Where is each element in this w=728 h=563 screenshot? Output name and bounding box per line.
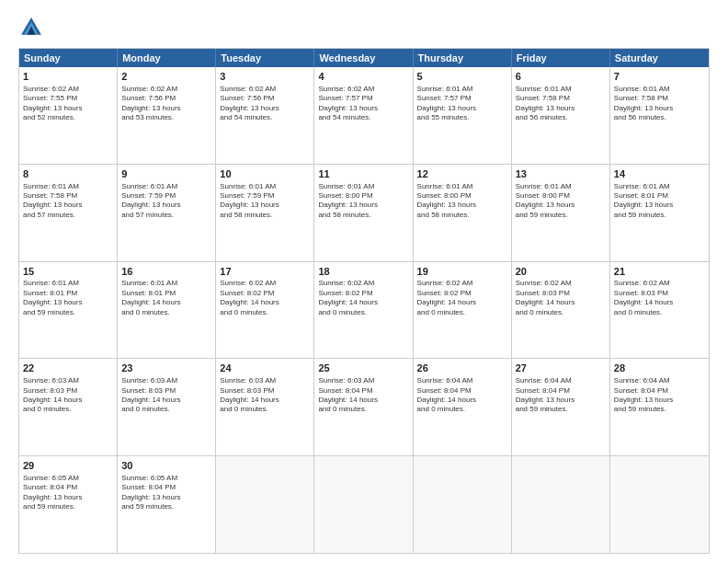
day-cell-14: 14Sunrise: 6:01 AM Sunset: 8:01 PM Dayli… [610,165,709,261]
day-number: 10 [220,167,310,181]
day-info: Sunrise: 6:03 AM Sunset: 8:03 PM Dayligh… [121,376,211,415]
day-number: 28 [614,362,705,375]
day-info: Sunrise: 6:01 AM Sunset: 7:57 PM Dayligh… [417,85,507,123]
day-cell-25: 25Sunrise: 6:03 AM Sunset: 8:04 PM Dayli… [314,359,413,455]
day-info: Sunrise: 6:02 AM Sunset: 7:55 PM Dayligh… [23,85,113,123]
logo [18,15,48,40]
day-info: Sunrise: 6:05 AM Sunset: 8:04 PM Dayligh… [121,474,211,512]
day-number: 1 [23,70,113,84]
day-number: 14 [614,167,705,181]
day-cell-1: 1Sunrise: 6:02 AM Sunset: 7:55 PM Daylig… [19,67,118,164]
empty-cell-4-3 [314,456,413,553]
day-cell-29: 29Sunrise: 6:05 AM Sunset: 8:04 PM Dayli… [19,456,118,553]
header-day-wednesday: Wednesday [314,49,413,67]
day-cell-27: 27Sunrise: 6:04 AM Sunset: 8:04 PM Dayli… [512,359,610,455]
day-info: Sunrise: 6:01 AM Sunset: 7:58 PM Dayligh… [516,85,606,123]
day-info: Sunrise: 6:02 AM Sunset: 8:02 PM Dayligh… [318,279,408,317]
day-number: 11 [318,167,408,181]
day-cell-6: 6Sunrise: 6:01 AM Sunset: 7:58 PM Daylig… [512,67,610,164]
day-info: Sunrise: 6:02 AM Sunset: 8:03 PM Dayligh… [516,279,606,317]
header-day-monday: Monday [118,49,216,67]
day-number: 2 [121,70,211,84]
day-info: Sunrise: 6:01 AM Sunset: 7:59 PM Dayligh… [220,182,310,221]
day-info: Sunrise: 6:02 AM Sunset: 8:02 PM Dayligh… [220,279,310,317]
day-number: 3 [220,70,310,84]
empty-cell-4-4 [414,456,512,553]
header-day-friday: Friday [512,49,610,67]
day-number: 13 [516,167,606,181]
day-number: 22 [23,362,113,375]
day-cell-24: 24Sunrise: 6:03 AM Sunset: 8:03 PM Dayli… [216,359,314,455]
header-day-thursday: Thursday [414,49,512,67]
day-info: Sunrise: 6:01 AM Sunset: 8:00 PM Dayligh… [516,182,606,221]
day-number: 19 [417,265,507,279]
day-cell-28: 28Sunrise: 6:04 AM Sunset: 8:04 PM Dayli… [610,359,709,455]
day-number: 17 [220,265,310,279]
day-number: 25 [318,362,408,375]
page: SundayMondayTuesdayWednesdayThursdayFrid… [0,0,728,563]
day-cell-5: 5Sunrise: 6:01 AM Sunset: 7:57 PM Daylig… [414,67,512,164]
day-info: Sunrise: 6:02 AM Sunset: 7:56 PM Dayligh… [220,85,310,123]
day-number: 26 [417,362,507,375]
header-day-tuesday: Tuesday [216,49,314,67]
calendar-row-1: 8Sunrise: 6:01 AM Sunset: 7:58 PM Daylig… [19,164,709,261]
calendar-row-4: 29Sunrise: 6:05 AM Sunset: 8:04 PM Dayli… [19,455,709,553]
day-cell-3: 3Sunrise: 6:02 AM Sunset: 7:56 PM Daylig… [216,67,314,164]
day-info: Sunrise: 6:01 AM Sunset: 7:59 PM Dayligh… [121,182,211,221]
day-info: Sunrise: 6:01 AM Sunset: 7:58 PM Dayligh… [614,85,705,123]
day-number: 18 [318,265,408,279]
day-cell-16: 16Sunrise: 6:01 AM Sunset: 8:01 PM Dayli… [118,262,216,359]
day-info: Sunrise: 6:03 AM Sunset: 8:04 PM Dayligh… [318,376,408,415]
day-number: 27 [516,362,606,375]
day-info: Sunrise: 6:03 AM Sunset: 8:03 PM Dayligh… [23,376,113,415]
day-number: 6 [516,70,606,84]
day-cell-10: 10Sunrise: 6:01 AM Sunset: 7:59 PM Dayli… [216,165,314,261]
day-cell-4: 4Sunrise: 6:02 AM Sunset: 7:57 PM Daylig… [314,67,413,164]
day-info: Sunrise: 6:04 AM Sunset: 8:04 PM Dayligh… [516,376,606,415]
day-number: 30 [121,459,211,473]
day-info: Sunrise: 6:01 AM Sunset: 7:58 PM Dayligh… [23,182,113,221]
day-info: Sunrise: 6:01 AM Sunset: 8:00 PM Dayligh… [318,182,408,221]
day-info: Sunrise: 6:01 AM Sunset: 8:01 PM Dayligh… [23,279,113,317]
header [18,15,710,40]
calendar-row-2: 15Sunrise: 6:01 AM Sunset: 8:01 PM Dayli… [19,261,709,359]
day-number: 24 [220,362,310,375]
day-cell-8: 8Sunrise: 6:01 AM Sunset: 7:58 PM Daylig… [19,165,118,261]
day-cell-13: 13Sunrise: 6:01 AM Sunset: 8:00 PM Dayli… [512,165,610,261]
day-number: 29 [23,459,113,473]
day-cell-15: 15Sunrise: 6:01 AM Sunset: 8:01 PM Dayli… [19,262,118,359]
empty-cell-4-6 [610,456,709,553]
day-cell-12: 12Sunrise: 6:01 AM Sunset: 8:00 PM Dayli… [414,165,512,261]
day-info: Sunrise: 6:01 AM Sunset: 8:01 PM Dayligh… [614,182,705,221]
calendar-row-3: 22Sunrise: 6:03 AM Sunset: 8:03 PM Dayli… [19,358,709,455]
day-number: 15 [23,265,113,279]
logo-icon [18,15,44,40]
header-day-saturday: Saturday [610,49,709,67]
day-cell-17: 17Sunrise: 6:02 AM Sunset: 8:02 PM Dayli… [216,262,314,359]
calendar: SundayMondayTuesdayWednesdayThursdayFrid… [18,48,710,554]
day-cell-9: 9Sunrise: 6:01 AM Sunset: 7:59 PM Daylig… [118,165,216,261]
day-info: Sunrise: 6:02 AM Sunset: 7:57 PM Dayligh… [318,85,408,123]
day-number: 20 [516,265,606,279]
day-number: 16 [121,265,211,279]
day-info: Sunrise: 6:01 AM Sunset: 8:00 PM Dayligh… [417,182,507,221]
day-cell-19: 19Sunrise: 6:02 AM Sunset: 8:02 PM Dayli… [414,262,512,359]
day-cell-21: 21Sunrise: 6:02 AM Sunset: 8:03 PM Dayli… [610,262,709,359]
calendar-body: 1Sunrise: 6:02 AM Sunset: 7:55 PM Daylig… [19,67,709,553]
calendar-header: SundayMondayTuesdayWednesdayThursdayFrid… [19,49,709,67]
day-cell-22: 22Sunrise: 6:03 AM Sunset: 8:03 PM Dayli… [19,359,118,455]
day-cell-18: 18Sunrise: 6:02 AM Sunset: 8:02 PM Dayli… [314,262,413,359]
day-info: Sunrise: 6:02 AM Sunset: 8:02 PM Dayligh… [417,279,507,317]
day-cell-26: 26Sunrise: 6:04 AM Sunset: 8:04 PM Dayli… [414,359,512,455]
day-info: Sunrise: 6:03 AM Sunset: 8:03 PM Dayligh… [220,376,310,415]
day-cell-2: 2Sunrise: 6:02 AM Sunset: 7:56 PM Daylig… [118,67,216,164]
day-number: 12 [417,167,507,181]
day-number: 9 [121,167,211,181]
day-info: Sunrise: 6:02 AM Sunset: 8:03 PM Dayligh… [614,279,705,317]
header-day-sunday: Sunday [19,49,118,67]
day-info: Sunrise: 6:01 AM Sunset: 8:01 PM Dayligh… [121,279,211,317]
empty-cell-4-2 [216,456,314,553]
day-number: 23 [121,362,211,375]
calendar-row-0: 1Sunrise: 6:02 AM Sunset: 7:55 PM Daylig… [19,67,709,164]
day-number: 21 [614,265,705,279]
